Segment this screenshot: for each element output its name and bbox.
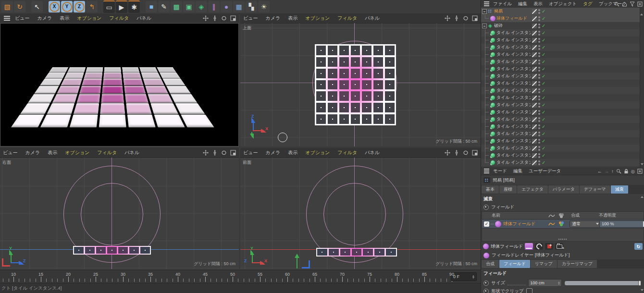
dolly-icon[interactable] — [454, 150, 459, 156]
filter-icon[interactable] — [630, 1, 635, 7]
tile-3d[interactable] — [74, 103, 99, 113]
visibility-dots-icon[interactable] — [538, 81, 540, 86]
radio-icon[interactable] — [483, 289, 489, 293]
enabled-check-icon[interactable]: ✓ — [542, 124, 545, 129]
tile[interactable] — [328, 114, 337, 124]
attribute-manager-menu-item[interactable]: ユーザーデータ — [529, 168, 561, 174]
tab-パラメータ[interactable]: パラメータ — [548, 185, 579, 194]
edit-toggle-icon[interactable] — [532, 160, 537, 165]
tile-3d[interactable] — [49, 67, 68, 72]
add-cube-button[interactable]: ■ — [146, 1, 157, 12]
perspective-canvas[interactable] — [0, 23, 239, 146]
viewport-menu-item[interactable]: オプション — [77, 15, 101, 22]
tile-edge[interactable] — [329, 249, 339, 256]
tile-3d[interactable] — [82, 79, 102, 85]
curves-icon[interactable] — [535, 243, 543, 250]
field-layer-row[interactable]: ✓ 球体フィールド 通常 100 % — [482, 219, 644, 229]
live-selection-button[interactable]: ↖ — [31, 1, 43, 12]
tile[interactable] — [385, 69, 395, 78]
tile-3d[interactable] — [124, 86, 146, 93]
tile[interactable] — [316, 69, 326, 78]
tile-3d[interactable] — [80, 86, 101, 93]
resize-handle[interactable]: ••••• — [558, 237, 567, 241]
tile-3d[interactable] — [77, 94, 100, 103]
object-manager-menu-item[interactable]: 表示 — [533, 1, 543, 7]
object-row[interactable]: タイル インスタンス.3✓ — [481, 152, 640, 159]
tile[interactable] — [339, 57, 349, 67]
edit-toggle-icon[interactable] — [532, 96, 537, 100]
camera-button[interactable]: ▚ — [246, 1, 257, 12]
viewport-menu-item[interactable]: ビュー — [243, 15, 258, 22]
viewport-menu-item[interactable]: フィルタ — [97, 149, 117, 156]
object-row[interactable]: タイル インスタンス.4✓ — [481, 145, 640, 152]
radio-icon[interactable] — [483, 205, 489, 210]
tile-3d[interactable] — [41, 115, 72, 127]
scroll-down-icon[interactable] — [641, 289, 644, 291]
edit-toggle-icon[interactable] — [532, 38, 537, 43]
dolly-icon[interactable] — [454, 15, 459, 21]
tile-3d[interactable] — [70, 115, 98, 127]
subdivision-surface-button[interactable]: ▩ — [171, 1, 182, 12]
enabled-check-icon[interactable]: ✓ — [542, 81, 545, 86]
menu-icon[interactable] — [4, 16, 10, 17]
viewport-menu-item[interactable]: カメラ — [37, 15, 52, 22]
edit-toggle-icon[interactable] — [532, 52, 537, 57]
tile[interactable] — [339, 114, 349, 124]
object-row[interactable]: ∷簡易✓ — [481, 8, 640, 15]
viewport-menu-item[interactable]: パネル — [365, 149, 380, 156]
edit-toggle-icon[interactable] — [532, 124, 537, 129]
search-icon[interactable] — [614, 1, 619, 7]
object-row[interactable]: タイル インスタンス.2✓ — [481, 58, 640, 65]
toggle-view-icon[interactable] — [472, 150, 478, 156]
object-row[interactable]: ◈破砕✓ — [481, 22, 640, 29]
visibility-dots-icon[interactable] — [538, 139, 540, 144]
visibility-dots-icon[interactable] — [538, 146, 540, 151]
viewport-menu-item[interactable]: カメラ — [265, 15, 280, 22]
viewport-menu-item[interactable]: 表示 — [48, 149, 57, 156]
visibility-dots-icon[interactable] — [538, 9, 540, 14]
tile-3d[interactable] — [57, 86, 80, 93]
toggle-view-icon[interactable] — [230, 15, 236, 21]
viewport-menu-item[interactable]: パネル — [136, 15, 151, 22]
expand-collapse-icon[interactable] — [482, 9, 487, 14]
tile[interactable] — [362, 80, 372, 90]
tile-3d[interactable] — [104, 67, 121, 72]
tile-3d[interactable] — [122, 67, 139, 72]
object-manager-menu-item[interactable]: オブジェクト — [549, 1, 577, 7]
tile[interactable] — [328, 91, 337, 101]
object-row[interactable]: タイル インスタンス.4✓ — [481, 94, 640, 101]
edit-toggle-icon[interactable] — [532, 24, 537, 28]
tile-3d[interactable] — [145, 86, 168, 93]
attribute-manager-menu-item[interactable]: 編集 — [513, 168, 522, 174]
tile[interactable] — [373, 46, 383, 55]
orbit-icon[interactable] — [221, 15, 227, 21]
top-view-canvas[interactable]: 上面 Z X グリッド間隔 : 50 cm — [240, 23, 481, 146]
render-view-button[interactable]: ▭ — [103, 0, 115, 13]
edit-toggle-icon[interactable] — [532, 110, 537, 115]
viewport-menu-item[interactable]: パネル — [124, 149, 139, 156]
tile-3d[interactable] — [28, 94, 55, 103]
object-row[interactable]: タイル インスタンス✓ — [481, 73, 640, 80]
blend-mode-select[interactable]: 通常 — [570, 220, 601, 228]
tile-3d[interactable] — [104, 73, 122, 78]
opacity-field[interactable]: 100 % — [599, 220, 644, 228]
visibility-dots-icon[interactable] — [538, 45, 540, 50]
tile-3d[interactable] — [181, 115, 214, 127]
solid-layer-icon[interactable] — [525, 243, 533, 250]
enabled-check-icon[interactable]: ✓ — [542, 153, 545, 158]
tile-edge[interactable] — [386, 249, 396, 256]
tab-エフェクタ[interactable]: エフェクタ — [517, 185, 548, 194]
tile[interactable] — [385, 46, 395, 55]
tile-3d[interactable] — [126, 103, 151, 113]
tile-3d[interactable] — [67, 67, 86, 72]
edit-toggle-icon[interactable] — [532, 67, 537, 72]
tile-3d[interactable] — [166, 86, 191, 93]
object-row[interactable]: タイル インスタンス.5✓ — [481, 37, 640, 44]
tile-3d[interactable] — [52, 94, 77, 103]
tile-3d[interactable] — [139, 67, 158, 72]
enabled-check-icon[interactable]: ✓ — [542, 132, 545, 136]
tile-3d[interactable] — [125, 94, 149, 103]
edit-toggle-icon[interactable] — [532, 132, 537, 136]
tile[interactable] — [362, 46, 372, 55]
tile[interactable] — [328, 80, 337, 90]
